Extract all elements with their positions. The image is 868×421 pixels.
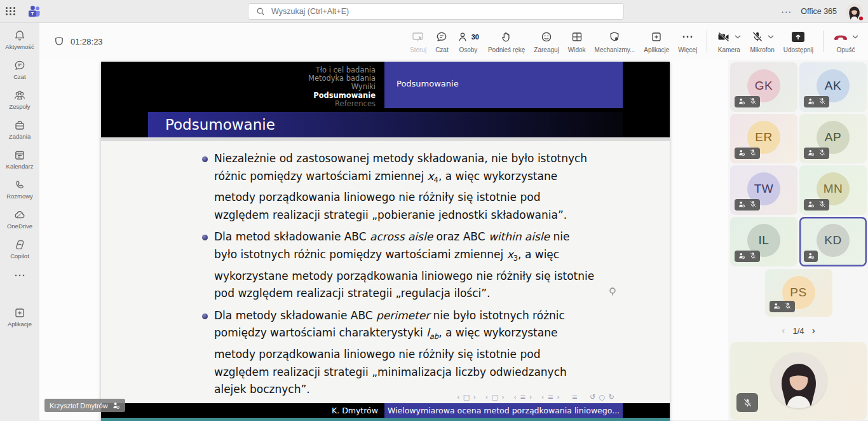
button-label: Opuść [837, 46, 855, 53]
ellipsis-icon [682, 35, 693, 39]
participant-tile[interactable]: MN [799, 165, 867, 215]
button-label: Więcej [678, 46, 697, 53]
slide-bullet: Dla metody składowanie ABC perimeter nie… [202, 307, 595, 399]
room-controls-button[interactable]: Mechanizmy... [590, 29, 640, 53]
presenter-icon [112, 401, 120, 410]
button-label: Osoby [459, 46, 477, 53]
slide-footer-author: K. Dmytrów [101, 403, 378, 418]
sidebar-item-calendar[interactable]: Kalendarz [6, 149, 34, 170]
pagination-next-button[interactable]: › [812, 325, 815, 336]
leave-button[interactable]: Opuść [829, 29, 863, 53]
mic-off-icon [749, 251, 757, 262]
mic-off-icon [749, 199, 757, 210]
microphone-button[interactable]: Mikrofon [745, 29, 778, 53]
button-label: Podnieś rękę [488, 46, 525, 53]
search-input[interactable] [271, 7, 589, 16]
participant-tile[interactable]: AK [799, 62, 867, 112]
more-actions-button[interactable]: Więcej [674, 29, 702, 53]
pagination-prev-button[interactable]: ‹ [782, 325, 785, 336]
hang-up-icon [833, 31, 848, 43]
participant-tile[interactable]: AP [799, 114, 867, 163]
slide-bullet: Niezależnie od zastosowanej metody skład… [202, 150, 595, 224]
calendar-icon [13, 149, 26, 162]
copilot-icon [13, 238, 26, 251]
sidebar-label: OneDrive [7, 223, 32, 230]
react-button[interactable]: Zareaguj [529, 29, 563, 53]
camera-button[interactable]: Kamera [712, 29, 745, 53]
raise-hand-button[interactable]: Podnieś rękę [484, 29, 529, 53]
participant-badge [804, 96, 829, 107]
mic-off-icon [818, 199, 826, 210]
participant-avatar: KD [817, 224, 850, 257]
sidebar-item-copilot[interactable]: Copilot [10, 238, 29, 260]
chevron-down-icon[interactable] [768, 35, 774, 39]
participant-tile[interactable]: ER [730, 114, 797, 163]
shared-content-stage: Tło i cel badaniaMetodyka badaniaWynikiP… [39, 60, 728, 420]
search-bar[interactable] [248, 3, 624, 20]
slide-title-band: Podsumowanie [101, 108, 670, 137]
apps-plus-icon [13, 307, 26, 319]
teams-logo-icon[interactable]: T [22, 0, 47, 23]
slide-outline: Tło i cel badaniaMetodyka badaniaWynikiP… [101, 66, 376, 108]
titlebar-more-button[interactable]: ··· [781, 6, 792, 17]
waffle-icon [6, 7, 16, 15]
meeting-apps-button[interactable]: Aplikacje [639, 29, 674, 53]
sidebar-label: Zespoły [9, 103, 30, 110]
sidebar-item-calls[interactable]: Rozmowy [6, 179, 33, 200]
participant-tile[interactable]: PS [765, 269, 832, 317]
button-label: Zareaguj [534, 46, 559, 53]
beamer-nav-symbols: ‹ □ › ‹ □ › ‹ ≡ › ‹ ≡ › ≡ ↺ ○ ↻ [457, 393, 615, 401]
grid-view-icon [571, 31, 583, 43]
attendee-icon [807, 148, 815, 159]
user-avatar[interactable] [846, 3, 863, 20]
bullet-marker [202, 314, 208, 319]
slide-header-band: Tło i cel badaniaMetodyka badaniaWynikiP… [101, 62, 670, 108]
search-icon [256, 7, 265, 16]
meeting-timer: 01:28:23 [53, 36, 103, 47]
view-button[interactable]: Widok [564, 29, 590, 53]
sidebar-item-chat[interactable]: Czat [13, 59, 26, 81]
sidebar-item-teams[interactable]: Zespoły [9, 89, 30, 111]
participant-tile[interactable]: IL [730, 217, 797, 266]
participant-tile[interactable]: GK [730, 62, 797, 112]
outline-item: References [101, 100, 376, 108]
presenter-name-overlay: Krzysztof Dmytrów [44, 399, 125, 412]
sidebar-label: Aplikacje [8, 321, 32, 328]
slide-bottom-strip [101, 418, 670, 421]
share-button[interactable]: Udostępnij [779, 29, 818, 53]
self-video-tile[interactable] [730, 342, 867, 420]
sidebar-item-activity[interactable]: Aktywność [5, 29, 34, 51]
mic-off-icon [784, 301, 792, 312]
sidebar-label: Zadania [9, 133, 31, 140]
ellipsis-icon [14, 273, 25, 277]
slide-bullet: Dla metod składowanie ABC across aisle o… [202, 228, 595, 302]
chevron-down-icon[interactable] [735, 35, 741, 39]
chevron-down-icon[interactable] [852, 35, 858, 39]
chat-bubble-icon [435, 31, 448, 43]
participant-tile[interactable]: TW [730, 165, 797, 215]
svg-text:T: T [31, 11, 34, 17]
sidebar-item-onedrive[interactable]: OneDrive [7, 209, 32, 230]
slide-header-right [623, 62, 670, 108]
sidebar-label: Kalendarz [6, 163, 34, 170]
cloud-icon [13, 209, 27, 221]
people-button[interactable]: 30 Osoby [453, 29, 484, 53]
attendee-icon [738, 251, 745, 262]
button-label: Kamera [718, 46, 740, 53]
chat-button[interactable]: Czat [431, 29, 453, 53]
outline-item: Podsumowanie [101, 92, 376, 100]
take-control-button[interactable]: Steruj [405, 29, 431, 53]
chat-icon [13, 59, 26, 72]
sidebar-item-apps[interactable]: Aplikacje [8, 307, 32, 328]
app-launcher-button[interactable] [0, 0, 22, 23]
sidebar-more-button[interactable] [14, 273, 25, 295]
mic-off-icon [818, 148, 826, 159]
toolbar-separator [707, 31, 707, 52]
slide-bullets: Niezależnie od zastosowanej metody skład… [202, 150, 595, 399]
sidebar-item-tasks[interactable]: Zadania [9, 119, 31, 141]
slide-section-box: Podsumowanie [384, 62, 623, 108]
sidebar-label: Copilot [10, 252, 29, 259]
attendee-icon [738, 148, 745, 159]
bell-icon [13, 29, 26, 42]
participant-tile[interactable]: KD [799, 217, 867, 266]
